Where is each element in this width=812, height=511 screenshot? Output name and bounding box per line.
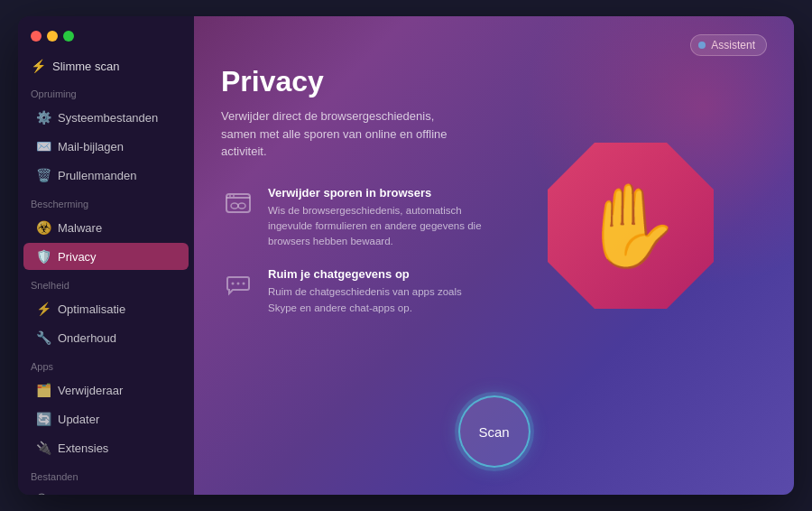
sidebar-item-malware[interactable]: ☣️ Malware: [23, 214, 189, 241]
trash-icon: 🗑️: [36, 168, 51, 182]
prullenmanden-label: Prullenmanden: [58, 169, 136, 182]
sidebar-item-verwijderaar[interactable]: 🗂️ Verwijderaar: [23, 376, 189, 404]
extensies-icon: 🔌: [36, 441, 51, 455]
svg-point-5: [232, 283, 235, 285]
page-description: Verwijder direct de browsergeschiedenis,…: [221, 107, 465, 161]
svg-point-6: [237, 283, 240, 285]
privacy-icon: 🛡️: [36, 249, 51, 264]
sidebar-item-mail-bijlagen[interactable]: ✉️ Mail-bijlagen: [23, 133, 189, 160]
sidebar-item-prullenmanden[interactable]: 🗑️ Prullenmanden: [23, 162, 189, 189]
scan-button[interactable]: Scan: [458, 395, 531, 468]
minimize-button[interactable]: [47, 31, 58, 42]
mail-icon: ✉️: [36, 139, 51, 153]
feature-browser-text: Verwijder sporen in browsers Wis de brow…: [268, 186, 484, 250]
smart-scan-icon: ⚡: [31, 59, 45, 73]
content-area: Privacy Verwijder direct de browsergesch…: [221, 65, 767, 386]
close-button[interactable]: [31, 31, 42, 42]
optimalisatie-label: Optimalisatie: [58, 302, 125, 316]
sidebar: ⚡ Slimme scan Opruiming ⚙️ Systeembestan…: [18, 16, 194, 495]
systeembestanden-icon: ⚙️: [36, 110, 51, 125]
scan-button-wrap: Scan: [221, 386, 767, 468]
maximize-button[interactable]: [63, 31, 74, 42]
sidebar-item-slimme-scan[interactable]: ⚡ Slimme scan: [18, 52, 194, 79]
ruimtezoeker-icon: 🔍: [36, 493, 51, 495]
sidebar-item-systeembestanden[interactable]: ⚙️ Systeembestanden: [23, 104, 189, 131]
header-bar: Assistent: [221, 34, 767, 56]
feature-browser-title: Verwijder sporen in browsers: [268, 186, 484, 200]
verwijderaar-icon: 🗂️: [36, 383, 51, 397]
section-snelheid: Snelheid: [18, 271, 194, 294]
feature-chat-text: Ruim je chatgegevens op Ruim de chatgesc…: [268, 267, 484, 316]
browser-feature-icon: [221, 186, 255, 220]
svg-point-1: [229, 195, 231, 197]
updater-label: Updater: [58, 413, 99, 426]
assistant-badge[interactable]: Assistent: [690, 34, 767, 56]
sidebar-item-updater[interactable]: 🔄 Updater: [23, 405, 189, 432]
section-apps: Apps: [18, 352, 194, 376]
text-section: Privacy Verwijder direct de browsergesch…: [221, 65, 494, 386]
optimalisatie-icon: ⚡: [36, 302, 51, 316]
sidebar-item-onderhoud[interactable]: 🔧 Onderhoud: [23, 324, 189, 351]
chat-feature-icon: [221, 267, 255, 302]
section-opruiming: Opruiming: [18, 79, 194, 103]
section-bestanden: Bestanden: [18, 462, 194, 486]
svg-point-4: [238, 203, 245, 209]
svg-point-2: [233, 195, 235, 197]
app-window: ⚡ Slimme scan Opruiming ⚙️ Systeembestan…: [18, 16, 794, 495]
malware-label: Malware: [58, 221, 102, 235]
hand-stop-icon: ✋: [580, 179, 681, 274]
section-bescherming: Bescherming: [18, 190, 194, 213]
onderhoud-label: Onderhoud: [58, 331, 116, 345]
page-title: Privacy: [221, 65, 494, 98]
sidebar-item-ruimtezoeker[interactable]: 🔍 Ruimtezoeker: [23, 487, 189, 495]
svg-point-7: [243, 283, 245, 285]
slimme-scan-label: Slimme scan: [52, 60, 119, 73]
extensies-label: Extensies: [58, 441, 108, 455]
malware-icon: ☣️: [36, 220, 51, 235]
sidebar-item-extensies[interactable]: 🔌 Extensies: [23, 434, 189, 461]
svg-point-3: [231, 203, 238, 209]
sidebar-item-optimalisatie[interactable]: ⚡ Optimalisatie: [23, 295, 189, 322]
window-controls: [18, 27, 194, 52]
privacy-icon-section: ✋: [494, 65, 768, 386]
assistant-label: Assistent: [711, 39, 755, 51]
onderhoud-icon: 🔧: [36, 330, 51, 345]
feature-browsers: Verwijder sporen in browsers Wis de brow…: [221, 186, 494, 250]
stop-sign: ✋: [540, 135, 721, 316]
assistant-status-dot: [698, 42, 706, 49]
updater-icon: 🔄: [36, 412, 51, 426]
feature-chat: Ruim je chatgegevens op Ruim de chatgesc…: [221, 267, 494, 316]
verwijderaar-label: Verwijderaar: [58, 384, 123, 397]
privacy-label: Privacy: [58, 250, 97, 264]
systeembestanden-label: Systeembestanden: [58, 111, 158, 125]
main-content: Assistent Privacy Verwijder direct de br…: [194, 16, 794, 495]
feature-chat-title: Ruim je chatgegevens op: [268, 267, 484, 281]
feature-chat-desc: Ruim de chatgeschiedenis van apps zoals …: [268, 284, 484, 316]
sidebar-item-privacy[interactable]: 🛡️ Privacy: [23, 243, 189, 270]
ruimtezoeker-label: Ruimtezoeker: [58, 494, 130, 496]
mail-bijlagen-label: Mail-bijlagen: [58, 140, 124, 153]
feature-browser-desc: Wis de browsergeschiedenis, automatisch …: [268, 203, 484, 250]
